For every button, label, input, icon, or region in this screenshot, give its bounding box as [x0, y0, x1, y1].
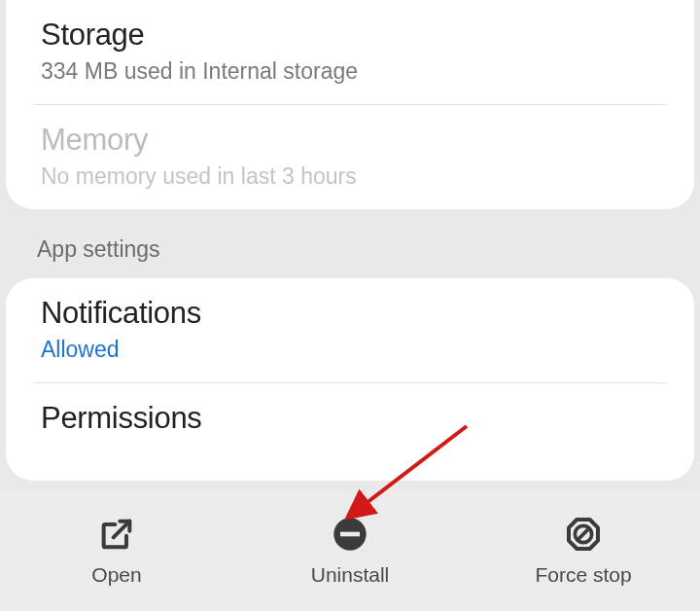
memory-title: Memory: [41, 123, 659, 158]
app-settings-card: Notifications Allowed Permissions: [6, 278, 694, 481]
forcestop-label: Force stop: [535, 563, 631, 587]
bottom-action-bar: Open Uninstall Force stop: [0, 490, 700, 611]
uninstall-label: Uninstall: [311, 563, 390, 587]
section-header-app-settings: App settings: [0, 209, 700, 278]
open-icon: [97, 515, 136, 554]
svg-rect-2: [340, 532, 360, 537]
permissions-title: Permissions: [41, 401, 659, 436]
notifications-item[interactable]: Notifications Allowed: [6, 278, 694, 382]
uninstall-icon: [331, 515, 369, 554]
open-label: Open: [91, 563, 141, 587]
storage-item[interactable]: Storage 334 MB used in Internal storage: [6, 0, 694, 104]
storage-title: Storage: [41, 18, 659, 53]
permissions-item[interactable]: Permissions: [6, 383, 694, 481]
uninstall-button[interactable]: Uninstall: [233, 490, 467, 611]
storage-subtitle: 334 MB used in Internal storage: [41, 58, 659, 85]
forcestop-icon: [564, 515, 603, 554]
notifications-status: Allowed: [41, 337, 659, 363]
memory-subtitle: No memory used in last 3 hours: [41, 163, 659, 190]
forcestop-button[interactable]: Force stop: [467, 490, 700, 611]
usage-card: Storage 334 MB used in Internal storage …: [6, 0, 694, 209]
svg-line-5: [578, 528, 589, 540]
memory-item[interactable]: Memory No memory used in last 3 hours: [6, 105, 694, 209]
notifications-title: Notifications: [41, 296, 659, 331]
open-button[interactable]: Open: [0, 490, 233, 611]
